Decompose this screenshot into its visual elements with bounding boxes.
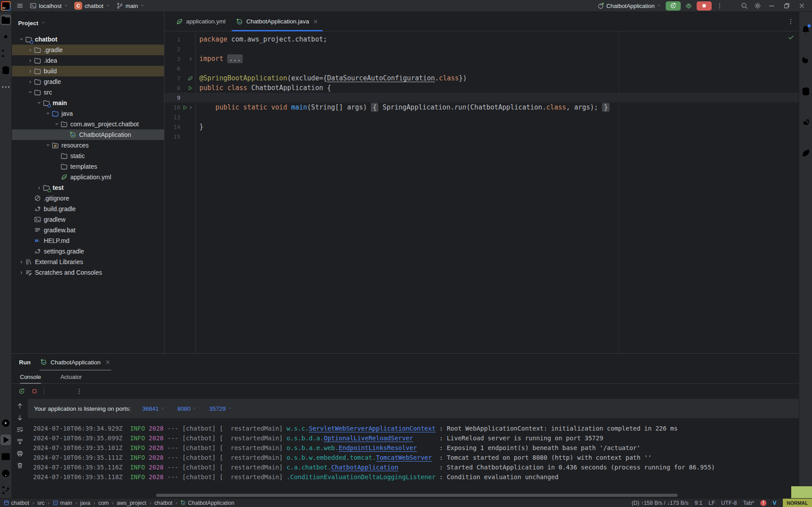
breadcrumb-item-src[interactable]: src	[37, 500, 45, 506]
fold-arrow-icon[interactable]	[188, 57, 193, 61]
tree-item-build-gradle[interactable]: build.gradle	[12, 204, 164, 214]
print-icon[interactable]	[16, 450, 23, 457]
more-options-button[interactable]	[76, 388, 83, 395]
run-tab-chatbotapplication[interactable]: ChatbotApplication	[39, 354, 111, 371]
stop-button[interactable]	[697, 1, 712, 11]
tree-item-resources[interactable]: resources	[12, 140, 164, 151]
run-gutter-icon[interactable]	[187, 85, 193, 91]
stop-button[interactable]	[31, 388, 38, 395]
scrollbar-thumb[interactable]	[156, 494, 678, 497]
tree-item-settings-gradle[interactable]: settings.gradle	[12, 246, 164, 257]
breadcrumb-item-chatbot[interactable]: chatbot	[154, 500, 172, 506]
breadcrumb-item-com[interactable]: com	[98, 500, 109, 506]
project-widget[interactable]: C chatbot	[71, 0, 113, 12]
chevron-down-icon[interactable]	[44, 143, 52, 148]
search-everywhere-button[interactable]	[738, 0, 751, 12]
stripe-button-ai-assistant-icon[interactable]	[801, 55, 811, 66]
tree-item-src[interactable]: src	[12, 87, 164, 98]
branch-widget[interactable]: main	[113, 0, 148, 12]
log-logger-link[interactable]: EndpointLinksResolver	[339, 444, 417, 451]
stripe-button-services-icon[interactable]	[0, 418, 11, 428]
stripe-button-structure-icon[interactable]	[0, 48, 11, 59]
up-arrow-icon[interactable]	[16, 402, 23, 409]
project-panel-header[interactable]: Project	[12, 12, 164, 34]
stripe-button-terminal-icon[interactable]	[0, 451, 11, 462]
fold-arrow-icon[interactable]	[188, 105, 193, 110]
chevron-right-icon[interactable]	[35, 185, 43, 190]
tree-item-test[interactable]: test	[12, 182, 164, 193]
stripe-button-project-icon[interactable]	[0, 15, 11, 25]
port-link-36841[interactable]: 36841	[142, 405, 165, 412]
stripe-button-gradle-icon[interactable]	[801, 117, 811, 128]
chevron-down-icon[interactable]	[44, 111, 52, 116]
horizontal-scrollbar[interactable]	[28, 493, 799, 498]
tree-item--gitignore[interactable]: .gitignore	[12, 193, 164, 204]
run-subtab-actuator[interactable]: Actuator	[52, 371, 82, 383]
stripe-button-run-icon[interactable]	[0, 435, 11, 445]
log-logger-link[interactable]: OptionalLiveReloadServer	[324, 435, 413, 442]
debug-button[interactable]	[682, 0, 695, 12]
tree-item--idea[interactable]: .idea	[12, 55, 164, 66]
log-logger-link[interactable]: ChatbotApplication	[331, 464, 398, 471]
scroll-to-end-icon[interactable]	[16, 438, 23, 445]
soft-wrap-icon[interactable]	[16, 426, 23, 433]
tab-options-button[interactable]	[787, 12, 794, 31]
chevron-right-icon[interactable]	[26, 79, 34, 84]
maximize-button[interactable]	[779, 0, 794, 12]
caret-position-widget[interactable]: 9:1	[695, 500, 702, 506]
tree-item-build[interactable]: build	[12, 66, 164, 76]
breadcrumb-item-aws-project[interactable]: aws_project	[117, 500, 146, 506]
run-gutter-icon[interactable]	[182, 105, 188, 110]
tree-item-gradle[interactable]: gradle	[12, 76, 164, 87]
close-button[interactable]	[794, 0, 809, 12]
encoding-widget[interactable]: UTF-8	[721, 500, 737, 506]
line-ending-widget[interactable]: LF	[709, 500, 715, 506]
chevron-down-icon[interactable]	[26, 90, 34, 95]
port-link-35729[interactable]: 35729	[209, 405, 232, 412]
clear-all-icon[interactable]	[16, 462, 23, 469]
tree-item-templates[interactable]: templates	[12, 161, 164, 172]
editor-tab-application-yml[interactable]: application.yml	[171, 12, 231, 31]
inspections-passed-icon[interactable]	[788, 34, 794, 41]
stripe-button-commit-icon[interactable]	[0, 31, 11, 42]
port-link-8080[interactable]: 8080	[177, 405, 197, 412]
vim-mode-badge[interactable]: NORMAL	[783, 499, 812, 507]
tree-item-chatbotapplication[interactable]: ChatbotApplication	[12, 129, 164, 140]
tree-item-gradlew-bat[interactable]: gradlew.bat	[12, 225, 164, 235]
chevron-down-icon[interactable]	[17, 37, 25, 42]
chevron-right-icon[interactable]	[26, 58, 34, 63]
down-arrow-icon[interactable]	[16, 414, 23, 421]
vim-mode-block[interactable]	[791, 486, 812, 498]
run-subtab-console[interactable]: Console	[20, 371, 41, 383]
chevron-right-icon[interactable]	[26, 48, 34, 53]
log-logger-link[interactable]: ServletWebServerApplicationContext	[309, 425, 436, 432]
breadcrumb-item-java[interactable]: java	[80, 500, 90, 506]
more-actions-button[interactable]	[713, 0, 726, 12]
chevron-right-icon[interactable]	[17, 270, 25, 275]
tree-item-com-aws-project-chatbot[interactable]: com.aws_project.chatbot	[12, 119, 164, 129]
editor-tab-chatbotapplication-java[interactable]: ChatbotApplication.java	[231, 12, 324, 31]
history-icon[interactable]	[63, 388, 70, 395]
tree-item-gradlew[interactable]: gradlew	[12, 214, 164, 225]
chevron-down-icon[interactable]	[35, 101, 43, 106]
log-logger-link[interactable]: TomcatWebServer	[376, 454, 431, 461]
stripe-button-database-icon[interactable]	[801, 86, 811, 97]
breadcrumb-item-main[interactable]: main	[53, 500, 72, 506]
indent-widget[interactable]: Tab*	[743, 500, 754, 506]
chevron-right-icon[interactable]	[17, 260, 25, 265]
stripe-button-problems-icon[interactable]	[0, 468, 11, 479]
host-widget[interactable]: localhost	[27, 0, 71, 12]
stripe-button-more-icon[interactable]	[0, 82, 11, 92]
spring-bean-gutter-icon[interactable]	[187, 76, 193, 81]
chevron-down-icon[interactable]	[53, 122, 61, 127]
tree-item-static[interactable]: static	[12, 151, 164, 161]
stripe-button-version-control-icon[interactable]	[0, 485, 11, 496]
run-config-widget[interactable]: ChatbotApplication	[594, 0, 664, 12]
stripe-button-notifications-bell-icon[interactable]	[801, 24, 811, 35]
rerun-button[interactable]	[666, 1, 681, 11]
tree-item-help-md[interactable]: M↓HELP.md	[12, 235, 164, 246]
tree-item-scratches-and-consoles[interactable]: Scratches and Consoles	[12, 267, 164, 278]
tree-item--gradle[interactable]: .gradle	[12, 45, 164, 55]
error-notification-badge[interactable]: !	[760, 500, 766, 506]
minimize-button[interactable]	[764, 0, 779, 12]
